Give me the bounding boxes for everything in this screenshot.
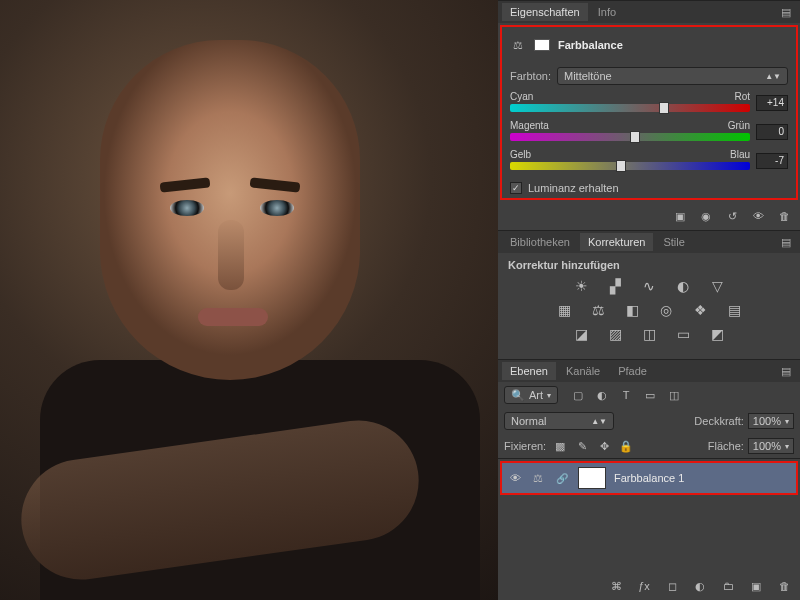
add-adjustment-hint: Korrektur hinzufügen	[508, 259, 790, 271]
add-mask-icon[interactable]: ◻	[664, 578, 680, 594]
filter-smart-icon[interactable]: ◫	[666, 387, 682, 403]
layer-name[interactable]: Farbbalance 1	[614, 472, 684, 484]
lock-pixels-icon[interactable]: ✎	[574, 438, 590, 454]
link-layers-icon[interactable]: ⌘	[608, 578, 624, 594]
portrait-photo	[0, 0, 498, 600]
slider-right-label: Rot	[734, 91, 750, 102]
view-previous-icon[interactable]: ◉	[698, 208, 714, 224]
filter-type-icon[interactable]: T	[618, 387, 634, 403]
fill-input[interactable]: 100%▾	[748, 438, 794, 454]
filter-adjust-icon[interactable]: ◐	[594, 387, 610, 403]
blend-mode-value: Normal	[511, 415, 546, 427]
tone-label: Farbton:	[510, 70, 551, 82]
layer-visibility-icon[interactable]: 👁	[508, 472, 522, 484]
layer-mask-thumb[interactable]	[534, 39, 550, 51]
adjustment-title: Farbbalance	[558, 39, 623, 51]
lock-all-icon[interactable]: 🔒	[618, 438, 634, 454]
tab-properties[interactable]: Eigenschaften	[502, 3, 588, 21]
new-adjustment-icon[interactable]: ◐	[692, 578, 708, 594]
curves-icon[interactable]: ∿	[638, 277, 660, 295]
clip-to-layer-icon[interactable]: ▣	[672, 208, 688, 224]
levels-icon[interactable]: ▞	[604, 277, 626, 295]
slider-right-label: Blau	[730, 149, 750, 160]
reset-icon[interactable]: ↺	[724, 208, 740, 224]
cyan-red-value[interactable]: +14	[756, 95, 788, 111]
filter-pixel-icon[interactable]: ▢	[570, 387, 586, 403]
layer-row-active[interactable]: 👁 ⚖ 🔗 Farbbalance 1	[500, 461, 798, 495]
slider-thumb[interactable]	[616, 160, 626, 172]
tab-info[interactable]: Info	[590, 3, 624, 21]
fx-icon[interactable]: ƒx	[636, 578, 652, 594]
opacity-label: Deckkraft:	[694, 415, 744, 427]
trash-icon[interactable]: 🗑	[776, 578, 792, 594]
fill-value: 100%	[753, 440, 781, 452]
lock-position-icon[interactable]: ✥	[596, 438, 612, 454]
panel-menu-icon[interactable]: ▤	[772, 6, 800, 19]
tab-layers[interactable]: Ebenen	[502, 362, 556, 380]
color-balance-icon[interactable]: ⚖	[587, 301, 609, 319]
slider-thumb[interactable]	[630, 131, 640, 143]
yellow-blue-slider[interactable]	[510, 162, 750, 170]
slider-left-label: Cyan	[510, 91, 533, 102]
new-layer-icon[interactable]: ▣	[748, 578, 764, 594]
filter-shape-icon[interactable]: ▭	[642, 387, 658, 403]
filter-kind-value: Art	[529, 389, 543, 401]
properties-body-highlight: ⚖ Farbbalance Farbton: Mitteltöne ▲▼	[500, 25, 798, 200]
channel-mixer-icon[interactable]: ❖	[689, 301, 711, 319]
link-icon[interactable]: 🔗	[554, 470, 570, 486]
slider-right-label: Grün	[728, 120, 750, 131]
color-lookup-icon[interactable]: ▤	[723, 301, 745, 319]
fill-label: Fläche:	[708, 440, 744, 452]
cyan-red-slider[interactable]	[510, 104, 750, 112]
chevron-updown-icon: ▲▼	[591, 417, 607, 426]
visibility-icon[interactable]: 👁	[750, 208, 766, 224]
trash-icon[interactable]: 🗑	[776, 208, 792, 224]
lock-label: Fixieren:	[504, 440, 546, 452]
lock-transparent-icon[interactable]: ▩	[552, 438, 568, 454]
posterize-icon[interactable]: ▨	[604, 325, 626, 343]
vibrance-icon[interactable]: ▽	[706, 277, 728, 295]
chevron-updown-icon: ▲▼	[765, 72, 781, 81]
bw-icon[interactable]: ◧	[621, 301, 643, 319]
magenta-green-value[interactable]: 0	[756, 124, 788, 140]
tab-adjustments[interactable]: Korrekturen	[580, 233, 653, 251]
balance-scale-icon: ⚖	[510, 37, 526, 53]
invert-icon[interactable]: ◪	[570, 325, 592, 343]
exposure-icon[interactable]: ◐	[672, 277, 694, 295]
slider-left-label: Gelb	[510, 149, 531, 160]
document-canvas[interactable]	[0, 0, 498, 600]
layer-filter-kind[interactable]: 🔍 Art ▾	[504, 386, 558, 404]
tab-channels[interactable]: Kanäle	[558, 362, 608, 380]
panel-menu-icon[interactable]: ▤	[772, 236, 800, 249]
panel-menu-icon[interactable]: ▤	[772, 365, 800, 378]
balance-scale-icon: ⚖	[530, 470, 546, 486]
tone-value: Mitteltöne	[564, 70, 612, 82]
tab-libraries[interactable]: Bibliotheken	[502, 233, 578, 251]
new-group-icon[interactable]: 🗀	[720, 578, 736, 594]
brightness-icon[interactable]: ☀	[570, 277, 592, 295]
tab-styles[interactable]: Stile	[655, 233, 692, 251]
slider-left-label: Magenta	[510, 120, 549, 131]
tab-paths[interactable]: Pfade	[610, 362, 655, 380]
tone-dropdown[interactable]: Mitteltöne ▲▼	[557, 67, 788, 85]
preserve-luminosity-label: Luminanz erhalten	[528, 182, 619, 194]
slider-thumb[interactable]	[659, 102, 669, 114]
search-icon: 🔍	[511, 389, 525, 402]
chevron-down-icon: ▾	[547, 391, 551, 400]
gradient-map-icon[interactable]: ▭	[672, 325, 694, 343]
opacity-value: 100%	[753, 415, 781, 427]
preserve-luminosity-checkbox[interactable]: ✓	[510, 182, 522, 194]
opacity-input[interactable]: 100%▾	[748, 413, 794, 429]
selective-color-icon[interactable]: ◩	[706, 325, 728, 343]
threshold-icon[interactable]: ◫	[638, 325, 660, 343]
hue-sat-icon[interactable]: ▦	[553, 301, 575, 319]
yellow-blue-value[interactable]: -7	[756, 153, 788, 169]
photo-filter-icon[interactable]: ◎	[655, 301, 677, 319]
layer-mask-thumb[interactable]	[578, 467, 606, 489]
magenta-green-slider[interactable]	[510, 133, 750, 141]
blend-mode-dropdown[interactable]: Normal ▲▼	[504, 412, 614, 430]
